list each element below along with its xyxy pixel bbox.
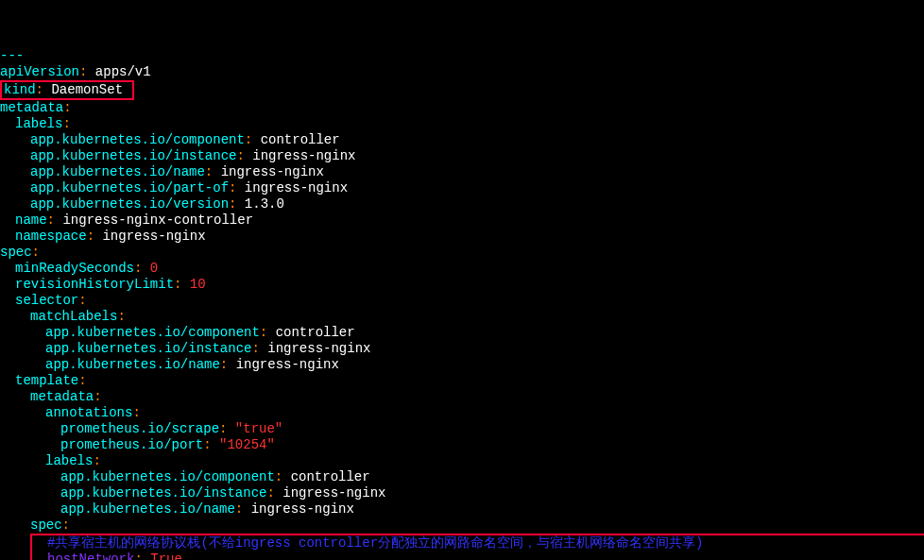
label-key: app.kubernetes.io/component (60, 469, 275, 484)
label-key: app.kubernetes.io/component (45, 325, 260, 340)
key-kind: kind (4, 82, 36, 97)
label-key: app.kubernetes.io/version (30, 196, 229, 212)
val-revhist: 10 (190, 277, 206, 292)
label-val: ingress-nginx (282, 485, 385, 501)
label-key: app.kubernetes.io/instance (30, 148, 236, 163)
key-metadata: metadata (0, 100, 63, 115)
key-namespace: namespace (15, 229, 87, 244)
hostnetwork-highlight-box: #共享宿主机的网络协议栈(不给ingress controller分配独立的网路… (30, 534, 924, 560)
val-hostnetwork: True (150, 552, 182, 560)
label-key: app.kubernetes.io/name (30, 164, 205, 179)
key-apiversion: apiVersion (0, 64, 79, 79)
key-revhist: revisionHistoryLimit (15, 277, 174, 292)
val-apiversion: apps/v1 (95, 64, 151, 79)
annotation-val: "10254" (219, 437, 275, 452)
val-namespace: ingress-nginx (102, 229, 205, 244)
key-tmpl-labels: labels (45, 453, 93, 468)
key-labels: labels (15, 116, 62, 131)
key-tmpl-metadata: metadata (30, 389, 94, 404)
label-val: ingress-nginx (245, 180, 348, 195)
label-val: controller (261, 132, 340, 147)
label-key: app.kubernetes.io/part-of (30, 180, 229, 195)
annotation-val: "true" (235, 421, 282, 436)
label-val: ingress-nginx (267, 341, 370, 356)
label-val: 1.3.0 (245, 196, 284, 212)
kind-highlight-box: kind: DaemonSet (0, 80, 134, 100)
label-key: app.kubernetes.io/name (60, 501, 235, 517)
val-name: ingress-nginx-controller (62, 212, 253, 228)
annotation-key: prometheus.io/port (60, 437, 203, 452)
label-val: ingress-nginx (252, 148, 355, 163)
annotation-key: prometheus.io/scrape (60, 421, 219, 436)
key-podspec: spec (30, 518, 62, 533)
label-val: ingress-nginx (221, 164, 324, 179)
label-key: app.kubernetes.io/instance (60, 485, 266, 501)
label-val: ingress-nginx (236, 357, 339, 372)
key-minready: minReadySeconds (15, 261, 134, 276)
doc-separator: --- (0, 48, 24, 63)
label-val: ingress-nginx (251, 501, 354, 517)
key-spec: spec (0, 245, 32, 260)
label-key: app.kubernetes.io/name (45, 357, 220, 372)
label-key: app.kubernetes.io/instance (45, 341, 251, 356)
key-template: template (15, 373, 78, 388)
label-val: controller (291, 469, 370, 484)
label-key: app.kubernetes.io/component (30, 132, 245, 147)
key-annotations: annotations (45, 405, 132, 420)
key-matchlabels: matchLabels (30, 309, 117, 324)
val-minready: 0 (150, 261, 158, 276)
key-hostnetwork: hostNetwork (47, 552, 134, 560)
comment-hostnetwork: #共享宿主机的网络协议栈(不给ingress controller分配独立的网路… (47, 535, 703, 551)
label-val: controller (276, 325, 355, 340)
key-name: name (15, 212, 47, 228)
val-kind: DaemonSet (51, 82, 123, 97)
yaml-document: --- apiVersion: apps/v1 kind: DaemonSet … (0, 48, 924, 560)
key-selector: selector (15, 293, 78, 308)
